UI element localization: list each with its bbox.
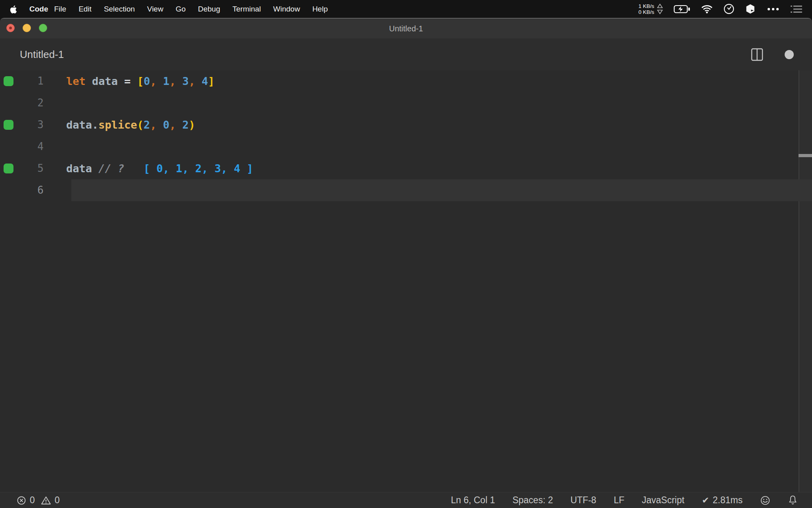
menu-item-help[interactable]: Help [312,5,328,13]
menu-bar-status-area: 1 KB/s 0 KB/s [638,3,802,15]
network-speed-indicator[interactable]: 1 KB/s 0 KB/s [638,3,663,15]
quokka-coverage-indicator [4,120,13,130]
split-editor-icon[interactable] [751,48,763,61]
notifications-bell-icon[interactable] [788,495,798,506]
code-line: 1let data = [0, 1, 3, 4] [0,70,812,92]
language-mode[interactable]: JavaScript [642,495,684,506]
menu-item-go[interactable]: Go [176,5,186,13]
editor-title-row: Untitled-1 [0,38,812,70]
code-line: 4 [0,136,812,158]
indentation-setting[interactable]: Spaces: 2 [512,495,553,506]
feedback-smiley-icon[interactable] [760,495,770,506]
macos-menu-bar: Code FileEditSelectionViewGoDebugTermina… [0,0,812,18]
quokka-coverage-indicator [4,76,13,86]
apple-logo-icon[interactable] [10,4,17,14]
editor[interactable]: 1let data = [0, 1, 3, 4]23data.splice(2,… [0,70,812,492]
vscode-window: Untitled-1 Untitled-1 1let data = [0, 1,… [0,18,812,508]
overview-ruler-cursor-marker [799,154,812,157]
cube-app-icon[interactable] [745,4,756,14]
line-number: 6 [16,179,44,201]
unsaved-changes-dot-icon[interactable] [785,50,794,59]
menu-item-file[interactable]: File [54,5,67,13]
editor-actions [751,38,794,70]
clock-icon[interactable] [724,4,734,14]
window-title-bar: Untitled-1 [0,19,812,38]
code-line: 5data // ? [ 0, 1, 2, 3, 4 ] [0,158,812,179]
line-number: 3 [16,114,44,136]
menu-item-view[interactable]: View [147,5,163,13]
menu-item-debug[interactable]: Debug [198,5,220,13]
quokka-coverage-indicator [4,164,13,173]
line-number: 2 [16,92,44,114]
more-dots-icon[interactable] [766,7,780,11]
line-number: 5 [16,158,44,179]
open-file-label[interactable]: Untitled-1 [20,38,64,70]
network-down-label: 0 KB/s [638,9,654,15]
line-number: 1 [16,70,44,92]
list-menu-icon[interactable] [791,5,802,13]
line-number: 4 [16,136,44,158]
menu-item-window[interactable]: Window [273,5,300,13]
menu-app-code[interactable]: Code [29,5,48,13]
code-line: 6 [0,179,812,201]
quokka-status[interactable]: ✔ 2.81ms [702,495,743,506]
code-text: data.splice(2, 0, 2) [66,114,195,136]
current-line-highlight [71,179,812,201]
quokka-time: 2.81ms [713,495,743,506]
warning-count: 0 [55,495,60,506]
code-text: let data = [0, 1, 3, 4] [66,70,214,92]
problems-indicator[interactable]: 0 0 [17,495,60,506]
window-title: Untitled-1 [0,19,812,38]
network-up-label: 1 KB/s [638,3,654,9]
code-line: 2 [0,92,812,114]
eol-setting[interactable]: LF [614,495,624,506]
error-icon [17,496,26,505]
menu-item-terminal[interactable]: Terminal [232,5,261,13]
check-icon: ✔ [702,495,709,506]
warning-icon [41,496,51,505]
status-bar: 0 0 Ln 6, Col 1 Spaces: 2 UTF-8 LF JavaS… [0,492,812,508]
encoding-setting[interactable]: UTF-8 [571,495,596,506]
menu-item-edit[interactable]: Edit [79,5,92,13]
code-line: 3data.splice(2, 0, 2) [0,114,812,136]
cursor-position[interactable]: Ln 6, Col 1 [451,495,495,506]
network-arrows-icon [657,4,663,14]
battery-charging-icon[interactable] [674,5,690,13]
error-count: 0 [30,495,35,506]
code-text: data // ? [ 0, 1, 2, 3, 4 ] [66,158,253,179]
menu-item-selection[interactable]: Selection [104,5,135,13]
code-area[interactable]: 1let data = [0, 1, 3, 4]23data.splice(2,… [0,70,812,492]
menu-items: FileEditSelectionViewGoDebugTerminalWind… [54,5,328,13]
wifi-icon[interactable] [701,4,713,13]
